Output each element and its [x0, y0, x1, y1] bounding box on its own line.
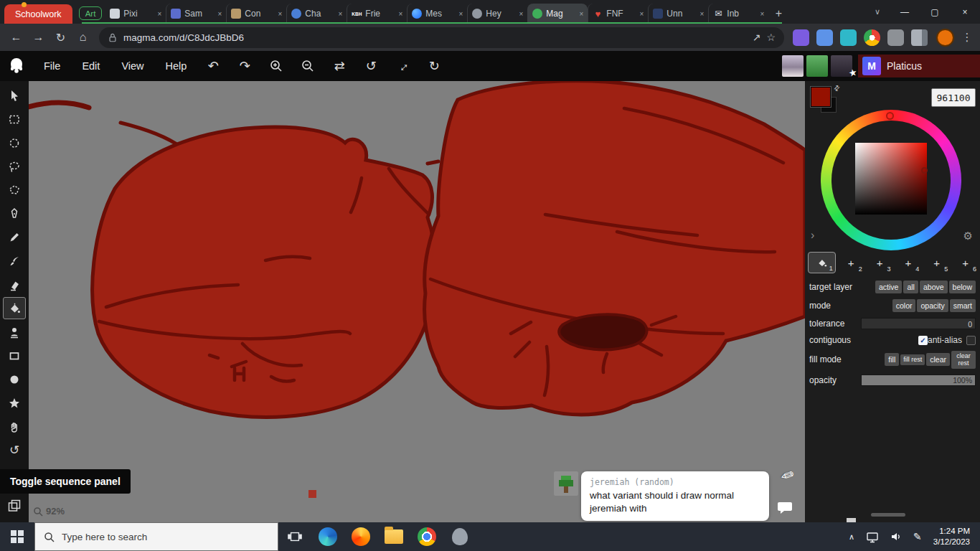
file-explorer-taskbar-icon[interactable] — [377, 522, 410, 551]
reload-icon[interactable]: ↻ — [50, 27, 71, 48]
tab-close-icon[interactable]: × — [157, 10, 161, 18]
clear-button[interactable]: clear — [926, 353, 950, 366]
back-icon[interactable]: ← — [6, 27, 27, 48]
tab-close-icon[interactable]: × — [579, 10, 583, 18]
layer-slot-1[interactable]: 1 — [808, 252, 836, 273]
mode-smart-button[interactable]: smart — [950, 299, 976, 312]
clear-rest-button[interactable]: clear rest — [951, 351, 976, 369]
lasso-tool[interactable] — [3, 155, 26, 177]
magma-logo-icon[interactable] — [0, 57, 33, 75]
resize-diagonal-icon[interactable]: ↔ — [383, 46, 423, 85]
ellipse-select-tool[interactable] — [3, 131, 26, 154]
rotate-ccw-icon[interactable]: ↺ — [355, 54, 387, 78]
zoom-out-icon[interactable] — [292, 54, 324, 78]
mode-color-button[interactable]: color — [892, 299, 916, 312]
rotate-canvas-tool[interactable]: ↺ — [3, 439, 26, 461]
saturation-marker[interactable] — [921, 167, 928, 174]
taskbar-search[interactable] — [34, 522, 278, 551]
browser-tab[interactable]: ♥ FNF × — [588, 4, 648, 24]
primary-color-swatch[interactable] — [811, 87, 831, 107]
tab-close-icon[interactable]: × — [398, 10, 402, 18]
layer-slot-4[interactable]: +4 — [895, 252, 921, 273]
zoom-indicator[interactable]: 92% — [33, 506, 65, 517]
brush-tool[interactable] — [3, 250, 26, 272]
clone-stamp-tool[interactable] — [3, 321, 26, 343]
swap-icon[interactable]: ⇄ — [324, 54, 355, 78]
hue-marker[interactable] — [886, 112, 894, 120]
tray-expand-icon[interactable]: ∧ — [849, 532, 854, 542]
undo-icon[interactable]: ↶ — [197, 54, 229, 78]
fill-rest-button[interactable]: fill rest — [900, 354, 925, 364]
target-layer-above-button[interactable]: above — [920, 281, 948, 293]
share-icon[interactable]: ↗ — [753, 32, 761, 43]
collaborator-avatar[interactable] — [782, 55, 804, 77]
sequence-frames-icon[interactable] — [3, 494, 26, 517]
browser-tab[interactable]: Mes × — [407, 4, 467, 24]
tab-close-icon[interactable]: × — [699, 10, 704, 18]
target-layer-active-button[interactable]: active — [875, 281, 902, 293]
pencil-tool[interactable] — [3, 226, 26, 248]
tab-group-schoolwork[interactable]: Schoolwork — [4, 4, 72, 24]
layer-slot-3[interactable]: +3 — [867, 252, 893, 273]
collapse-chevron-icon[interactable]: › — [811, 229, 814, 242]
edge-taskbar-icon[interactable] — [311, 522, 344, 551]
browser-tab[interactable]: Con × — [226, 4, 286, 24]
move-tool[interactable] — [3, 84, 26, 106]
layer-slot-6[interactable]: +6 — [952, 252, 979, 273]
rectangle-shape-tool[interactable] — [3, 344, 26, 367]
anti-alias-checkbox[interactable] — [966, 336, 976, 345]
tab-close-icon[interactable]: × — [760, 10, 764, 18]
extension-icon[interactable] — [864, 29, 880, 46]
fill-button[interactable]: fill — [885, 353, 899, 366]
browser-tab[interactable]: ✉ Inb × — [708, 4, 768, 24]
drawing-canvas[interactable]: 92% — [29, 81, 805, 522]
side-panel-icon[interactable] — [911, 29, 928, 46]
tab-close-icon[interactable]: × — [458, 10, 463, 18]
hex-color-input[interactable] — [931, 88, 976, 107]
rect-select-tool[interactable] — [3, 108, 26, 130]
extension-icon[interactable] — [793, 29, 809, 46]
browser-tab[interactable]: Unn × — [648, 4, 708, 24]
polygon-select-tool[interactable] — [3, 179, 26, 201]
search-input[interactable] — [62, 532, 269, 542]
menu-edit[interactable]: Edit — [71, 51, 110, 81]
browser-tab[interactable]: Sam × — [166, 4, 226, 24]
pen-tray-icon[interactable]: ✎ — [913, 531, 922, 542]
extensions-puzzle-icon[interactable] — [887, 29, 904, 46]
target-layer-all-button[interactable]: all — [903, 281, 918, 293]
saturation-square[interactable] — [855, 143, 927, 215]
forward-icon[interactable]: → — [28, 27, 49, 48]
hand-tool[interactable] — [3, 415, 26, 438]
maximize-button[interactable]: ▢ — [920, 0, 950, 24]
tab-close-icon[interactable]: × — [519, 10, 523, 18]
contiguous-checkbox[interactable]: ✓ — [918, 336, 928, 345]
browser-tab[interactable]: Cha × — [286, 4, 347, 24]
chrome-taskbar-icon[interactable] — [410, 522, 443, 551]
close-button[interactable]: × — [950, 0, 980, 24]
extension-icon[interactable] — [816, 29, 833, 46]
minimize-button[interactable]: — — [890, 0, 920, 24]
clock[interactable]: 1:24 PM 3/12/2023 — [933, 526, 970, 547]
start-button[interactable] — [0, 522, 34, 551]
tab-close-icon[interactable]: × — [278, 10, 282, 18]
horizontal-scrollbar-thumb[interactable] — [871, 513, 905, 517]
menu-help[interactable]: Help — [155, 51, 198, 81]
display-icon[interactable] — [866, 531, 879, 543]
menu-file[interactable]: File — [33, 51, 71, 81]
opacity-slider[interactable]: 100% — [861, 375, 976, 386]
zoom-in-icon[interactable] — [260, 54, 292, 78]
tab-close-icon[interactable]: × — [217, 10, 222, 18]
target-layer-below-button[interactable]: below — [949, 281, 976, 293]
swap-colors-icon[interactable]: ⇄ — [831, 83, 842, 93]
star-shape-tool[interactable] — [3, 392, 26, 414]
gear-icon[interactable]: ⚙ — [963, 230, 973, 242]
browser-tab[interactable]: Hey × — [467, 4, 527, 24]
tab-search-caret-icon[interactable]: ∨ — [865, 0, 890, 24]
volume-icon[interactable] — [890, 531, 902, 542]
home-icon[interactable]: ⌂ — [72, 27, 93, 48]
fill-bucket-tool[interactable] — [3, 297, 26, 319]
menu-view[interactable]: View — [110, 51, 154, 81]
bookmark-star-icon[interactable]: ☆ — [766, 32, 776, 43]
browser-menu-icon[interactable]: ⋮ — [960, 31, 974, 44]
eraser-tool[interactable] — [3, 273, 26, 296]
